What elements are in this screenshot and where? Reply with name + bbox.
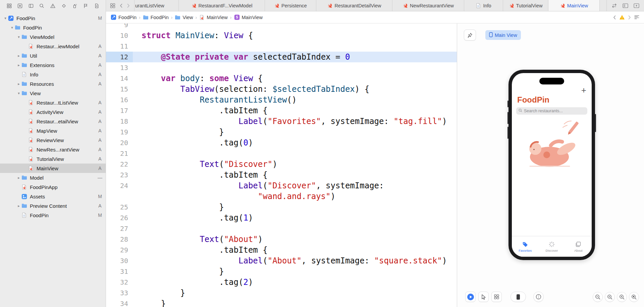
navigator-row[interactable]: NewRes...rantView A	[0, 145, 106, 154]
navigator-row[interactable]: ▾ FoodPin	[0, 23, 106, 32]
minimap-icon[interactable]	[634, 15, 639, 19]
swap-icon[interactable]	[611, 3, 617, 8]
code-text[interactable]: }	[133, 202, 224, 212]
code-text[interactable]	[133, 148, 142, 159]
tab-overview-icon[interactable]	[110, 3, 115, 8]
line-number[interactable]: 24	[106, 180, 133, 202]
chevron-left-icon[interactable]	[613, 15, 616, 20]
selectable-mode-button[interactable]	[478, 292, 489, 302]
code-text[interactable]: @State private var selectedTabIndex = 0	[133, 52, 350, 62]
code-text[interactable]: Text("About")	[133, 234, 263, 245]
search-bar[interactable]: Search restaurants...	[516, 107, 587, 115]
editor-tab[interactable]: RestaurantF...ViewModel	[179, 0, 265, 11]
code-line[interactable]: 17 .tabItem {	[106, 105, 457, 116]
line-number[interactable]: 31	[106, 266, 133, 277]
editor-tab[interactable]: urantListView	[135, 0, 179, 11]
disclosure-chevron[interactable]: ▾	[3, 16, 8, 20]
line-number[interactable]: 21	[106, 148, 133, 159]
code-text[interactable]: .tag(0)	[133, 137, 253, 148]
warning-outline-icon[interactable]	[49, 2, 57, 9]
code-line[interactable]: 32 .tag(2)	[106, 277, 457, 288]
disclosure-chevron[interactable]: ▸	[16, 54, 21, 58]
code-text[interactable]: Text("Discover")	[133, 159, 277, 170]
phone-tab-item[interactable]: About	[565, 236, 592, 257]
code-text[interactable]	[133, 223, 142, 234]
navigator-row[interactable]: ActivityView A	[0, 107, 106, 117]
code-line[interactable]: 29 .tabItem {	[106, 245, 457, 255]
chevron-right-icon[interactable]	[628, 15, 631, 20]
report-icon[interactable]	[93, 2, 100, 9]
code-line[interactable]: 16 RestaurantListView()	[106, 95, 457, 105]
line-number[interactable]: 10	[106, 30, 133, 41]
navigator-row[interactable]: ▸ Preview Content A	[0, 201, 106, 210]
disclosure-chevron[interactable]: ▸	[16, 63, 21, 67]
add-editor-icon[interactable]	[634, 3, 639, 8]
navigator-row[interactable]: MainView A	[0, 164, 106, 173]
navigator-row[interactable]: ▾ FoodPin M	[0, 13, 106, 23]
code-text[interactable]: Label("About", systemImage: "square.stac…	[133, 255, 447, 266]
code-text[interactable]: struct MainView: View {	[133, 30, 253, 41]
breadcrumb-item[interactable]: MainView	[199, 15, 228, 20]
navigator-row[interactable]: ▸ Util A	[0, 51, 106, 60]
editor-tab[interactable]: RestaurantDetailView	[316, 0, 392, 11]
editor-list-icon[interactable]	[623, 3, 628, 8]
code-line[interactable]: 34 }	[106, 298, 457, 307]
code-line[interactable]: 11	[106, 41, 457, 52]
editor-tab[interactable]: TutorialView	[503, 0, 548, 11]
navigator-row[interactable]: ▸ Resources A	[0, 79, 106, 88]
code-line[interactable]: 10 struct MainView: View {	[106, 30, 457, 41]
code-line[interactable]: 23 .tabItem {	[106, 170, 457, 180]
code-text[interactable]: .tabItem {	[133, 245, 268, 255]
disclosure-chevron[interactable]: ▾	[9, 25, 15, 30]
zoom-fit-button[interactable]	[629, 292, 639, 302]
line-number[interactable]: 15	[106, 84, 133, 95]
editor-tab[interactable]: MainView	[548, 0, 600, 11]
editor-tab[interactable]: Info	[464, 0, 503, 11]
breadcrumb-item[interactable]: FoodPin	[143, 15, 169, 20]
columns-icon[interactable]	[27, 2, 35, 9]
navigator-row[interactable]: Info A	[0, 70, 106, 79]
navigator-row[interactable]: MapView A	[0, 126, 106, 135]
breadcrumb-item[interactable]: S MainView	[234, 14, 263, 20]
line-number[interactable]: 9	[106, 23, 133, 30]
chevron-right-icon[interactable]	[127, 3, 130, 8]
disclosure-chevron[interactable]: ▸	[16, 82, 21, 86]
code-line[interactable]: 31 }	[106, 266, 457, 277]
navigator-row[interactable]: FoodPin M	[0, 210, 106, 220]
appearance-button[interactable]	[533, 292, 544, 302]
line-number[interactable]: 20	[106, 137, 133, 148]
disclosure-chevron[interactable]: ▸	[16, 204, 21, 208]
code-editor[interactable]: 9 10 struct MainView: View { 11 12 @Stat…	[106, 23, 457, 307]
navigator-row[interactable]: ▾ ViewModel	[0, 32, 106, 42]
line-number[interactable]: 19	[106, 127, 133, 137]
line-number[interactable]: 34	[106, 298, 133, 307]
line-number[interactable]: 11	[106, 41, 133, 52]
disclosure-chevron[interactable]: ▾	[16, 91, 21, 96]
zoom-actual-button[interactable]	[605, 292, 615, 302]
code-text[interactable]: }	[133, 266, 224, 277]
line-number[interactable]: 32	[106, 277, 133, 288]
code-line[interactable]: 25 }	[106, 202, 457, 212]
phone-tab-item[interactable]: Favorites	[512, 236, 538, 257]
line-number[interactable]: 14	[106, 73, 133, 84]
navigator-row[interactable]: TutorialView A	[0, 154, 106, 164]
close-square-icon[interactable]	[16, 2, 24, 9]
code-text[interactable]: .tabItem {	[133, 105, 268, 116]
code-line[interactable]: 28 Text("About")	[106, 234, 457, 245]
code-text[interactable]: TabView(selection: $selectedTabIndex) {	[133, 84, 369, 95]
line-number[interactable]: 33	[106, 288, 133, 298]
grid-icon[interactable]	[5, 2, 13, 9]
line-number[interactable]: 25	[106, 202, 133, 212]
navigator-row[interactable]: ▸ Extensions A	[0, 60, 106, 70]
code-line[interactable]: 24 Label("Discover", systemImage: "wand.…	[106, 180, 457, 202]
line-number[interactable]: 30	[106, 255, 133, 266]
code-line[interactable]: 12 @State private var selectedTabIndex =…	[106, 52, 457, 62]
line-number[interactable]: 18	[106, 116, 133, 127]
navigator-row[interactable]: ReviewView A	[0, 135, 106, 145]
code-text[interactable]: .tabItem {	[133, 170, 268, 180]
code-text[interactable]: Label("Favorites", systemImage: "tag.fil…	[133, 116, 447, 127]
zoom-in-button[interactable]	[617, 292, 627, 302]
code-line[interactable]: 19 }	[106, 127, 457, 137]
code-text[interactable]: Label("Discover", systemImage: "wand.and…	[133, 180, 384, 202]
line-number[interactable]: 22	[106, 159, 133, 170]
